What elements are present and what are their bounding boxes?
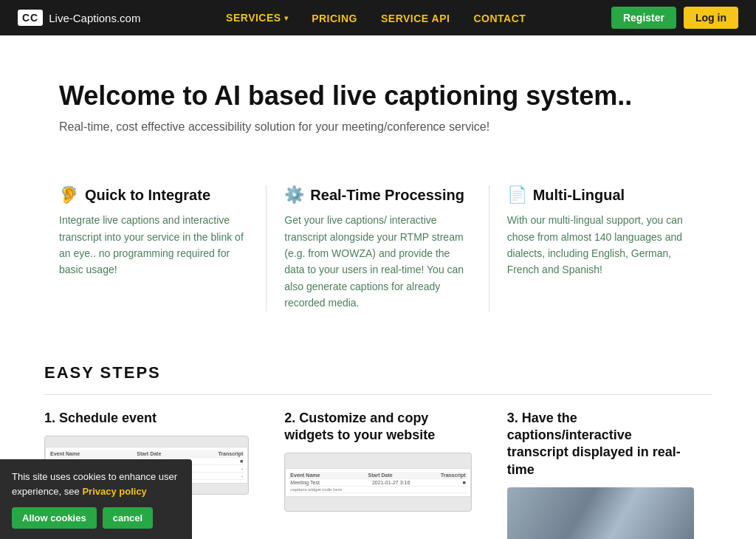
brand-logo[interactable]: CC Live-Captions.com [18,10,140,26]
feature-text-1: Integrate live captions and interactive … [59,212,248,278]
step-2-title: 2. Customize and copy widgets to your we… [284,410,471,444]
nav-link-services[interactable]: SERVICES ▾ [226,12,288,24]
main-nav: SERVICES ▾ PRICING SERVICE API CONTACT [226,12,526,24]
gear-icon: ⚙️ [284,185,304,205]
step-3-photo [507,487,694,539]
step-2: 2. Customize and copy widgets to your we… [267,410,489,539]
feature-quick-integrate: 🦻 Quick to Integrate Integrate live capt… [44,185,267,311]
hero-title: Welcome to AI based live captioning syst… [59,80,697,111]
step-1-title: 1. Schedule event [44,410,249,427]
nav-link-contact[interactable]: CONTACT [473,13,526,24]
nav-item-contact[interactable]: CONTACT [473,12,526,24]
nav-link-service-api[interactable]: SERVICE API [381,13,450,24]
cookie-buttons: Allow cookies cancel [12,507,180,529]
register-button[interactable]: Register [611,7,676,29]
chevron-down-icon: ▾ [284,14,289,22]
allow-cookies-button[interactable]: Allow cookies [12,507,97,529]
nav-item-service-api[interactable]: SERVICE API [381,12,450,24]
document-icon: 📄 [507,185,527,205]
cc-logo-badge: CC [18,10,43,26]
navbar: CC Live-Captions.com SERVICES ▾ PRICING … [0,0,756,35]
step-3: 3. Have the captions/interactive transcr… [489,410,712,539]
cookie-message: This site uses cookies to enhance user e… [12,470,180,498]
feature-text-3: With our multi-lingual support, you can … [507,212,694,278]
nav-item-pricing[interactable]: PRICING [312,12,357,24]
easy-steps-title: EASY STEPS [44,363,712,382]
feature-title-2: ⚙️ Real-Time Processing [284,185,470,205]
cancel-cookies-button[interactable]: cancel [103,507,153,529]
step-2-table-mockup: Event NameStart DateTranscript Meeting T… [285,468,470,497]
feature-realtime-processing: ⚙️ Real-Time Processing Get your live ca… [267,185,489,311]
feature-title-1: 🦻 Quick to Integrate [59,185,248,205]
step-2-image: Event NameStart DateTranscript Meeting T… [284,453,471,512]
nav-item-services[interactable]: SERVICES ▾ [226,12,288,24]
navbar-actions: Register Log in [611,7,738,29]
feature-multilingual: 📄 Multi-Lingual With our multi-lingual s… [489,185,712,311]
nav-link-pricing[interactable]: PRICING [312,13,357,24]
hero-section: Welcome to AI based live captioning syst… [0,35,756,163]
privacy-policy-link[interactable]: Privacy policy [82,486,146,497]
step-3-title: 3. Have the captions/interactive transcr… [507,410,694,479]
features-section: 🦻 Quick to Integrate Integrate live capt… [0,163,756,348]
feature-title-3: 📄 Multi-Lingual [507,185,694,205]
login-button[interactable]: Log in [684,7,738,29]
feature-text-2: Get your live captions/ interactive tran… [284,212,470,311]
brand-name: Live-Captions.com [49,12,140,24]
ear-icon: 🦻 [59,185,79,205]
hero-subtitle: Real-time, cost effective accessibility … [59,120,697,134]
cookie-banner: This site uses cookies to enhance user e… [0,459,192,539]
